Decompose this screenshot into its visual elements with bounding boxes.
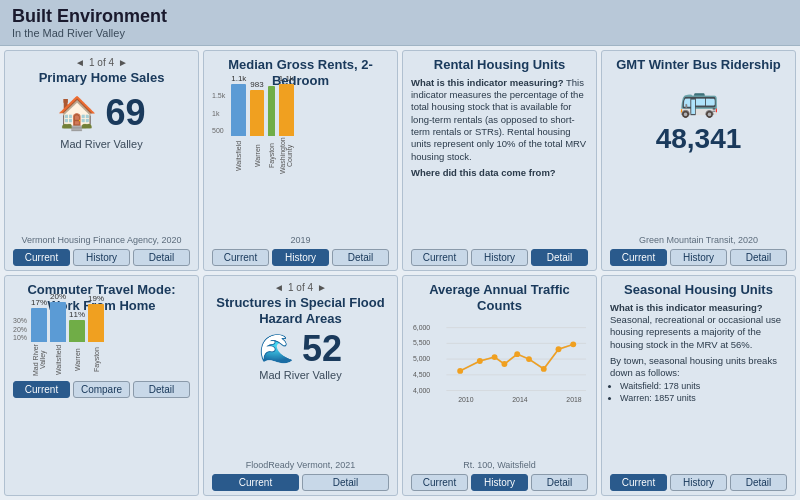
wfh-chart-wrapper: 30% 20% 10% 17% Mad River Valley 20% Wai…: [13, 317, 190, 377]
dashboard-grid: ◄ 1 of 4 ► Primary Home Sales 🏠 69 Mad R…: [0, 46, 800, 500]
btn-detail[interactable]: Detail: [332, 249, 389, 266]
card-year: 2019: [212, 235, 389, 245]
btn-detail[interactable]: Detail: [730, 249, 787, 266]
card-flood-hazard: ◄ 1 of 4 ► Structures in Special Flood H…: [203, 275, 398, 496]
card-gmt-bus: GMT Winter Bus Ridership 🚌 48,341 Green …: [601, 50, 796, 271]
bar-group: 19% Fayston: [88, 294, 104, 377]
bus-icon: 🚌: [679, 81, 719, 119]
nav-prev-icon[interactable]: ◄: [75, 57, 85, 68]
bar-group: 1.1k Washington County: [279, 74, 294, 174]
nav-next-icon[interactable]: ►: [118, 57, 128, 68]
bar: [50, 302, 66, 342]
value-row: 🏠 69: [13, 90, 190, 136]
bar-label-top: 1.1k: [231, 74, 246, 83]
bar-pct: 20%: [50, 292, 66, 301]
bar: [268, 86, 275, 136]
btn-detail[interactable]: Detail: [302, 474, 389, 491]
bullet-list: Waitsfield: 178 units Warren: 1857 units: [610, 380, 787, 405]
info-body1: This indicator measures the percentage o…: [411, 77, 586, 162]
btn-detail[interactable]: Detail: [531, 474, 588, 491]
btn-detail[interactable]: Detail: [133, 249, 190, 266]
btn-history[interactable]: History: [272, 249, 329, 266]
svg-point-11: [477, 358, 483, 364]
nav-prev-icon[interactable]: ◄: [274, 282, 284, 293]
svg-point-10: [457, 368, 463, 374]
card-value: 52: [302, 331, 342, 367]
flood-icon: 🌊: [259, 332, 294, 365]
card-footer: Current Detail: [212, 474, 389, 491]
bar-pct: 19%: [88, 294, 104, 303]
nav-counter: 1 of 4: [89, 57, 114, 68]
bar-label-bottom: Warren: [254, 138, 261, 174]
btn-history[interactable]: History: [471, 249, 528, 266]
btn-current[interactable]: Current: [411, 249, 468, 266]
card-title: Rental Housing Units: [411, 57, 588, 73]
bar-label: Warren: [74, 343, 81, 377]
info-text2: Where did this data come from?: [411, 167, 588, 179]
y-label: 1k: [212, 110, 225, 117]
bar-group: Fayston: [268, 85, 275, 174]
card-nav: ◄ 1 of 4 ►: [212, 282, 389, 293]
card-title: Primary Home Sales: [13, 70, 190, 86]
card-label: Mad River Valley: [13, 138, 190, 150]
y-label: 10%: [13, 334, 27, 341]
info-text: What is this indicator measuring? Season…: [610, 302, 787, 351]
btn-history[interactable]: History: [471, 474, 528, 491]
svg-text:2018: 2018: [566, 397, 581, 404]
card-footer: Current History Detail: [411, 249, 588, 266]
info-text: What is this indicator measuring? This i…: [411, 77, 588, 163]
svg-text:5,500: 5,500: [413, 340, 430, 347]
svg-point-18: [570, 342, 576, 348]
header: Built Environment In the Mad River Valle…: [0, 0, 800, 46]
svg-point-13: [501, 361, 507, 367]
bar-group: 17% Mad River Valley: [31, 298, 47, 377]
card-footer: Current History Detail: [610, 249, 787, 266]
info-title2: Where did this data come from?: [411, 167, 556, 178]
card-title: Average Annual Traffic Counts: [411, 282, 588, 313]
bar-group: 983 Warren: [250, 80, 263, 174]
svg-text:4,000: 4,000: [413, 387, 430, 394]
bar-chart-wrapper: 1.5k 1k 500 1.1k Waitsfield 983 Warren: [212, 92, 389, 176]
y-label: 500: [212, 127, 225, 134]
info-body1: Seasonal, recreational or occasional use…: [610, 314, 781, 350]
nav-counter: 1 of 4: [288, 282, 313, 293]
bullet-item: Waitsfield: 178 units: [620, 380, 787, 393]
card-source: Rt. 100, Waitsfield: [411, 460, 588, 470]
card-commuter-travel: Commuter Travel Mode: Work From Home 30%…: [4, 275, 199, 496]
btn-history[interactable]: History: [73, 249, 130, 266]
btn-current[interactable]: Current: [212, 474, 299, 491]
svg-point-17: [556, 346, 562, 352]
value-row: 🌊 52: [212, 330, 389, 367]
nav-next-icon[interactable]: ►: [317, 282, 327, 293]
info-title1: What is this indicator measuring?: [610, 302, 763, 313]
info-text2: By town, seasonal housing units breaks d…: [610, 355, 787, 380]
btn-detail[interactable]: Detail: [730, 474, 787, 491]
value-row: 🚌: [610, 77, 787, 123]
btn-history[interactable]: History: [670, 474, 727, 491]
btn-current[interactable]: Current: [610, 249, 667, 266]
card-traffic-counts: Average Annual Traffic Counts 6,000 5,50…: [402, 275, 597, 496]
bar: [250, 90, 263, 136]
bar-label: Fayston: [93, 343, 100, 377]
btn-current[interactable]: Current: [411, 474, 468, 491]
btn-detail[interactable]: Detail: [133, 381, 190, 398]
btn-history[interactable]: History: [670, 249, 727, 266]
card-footer: Current History Detail: [411, 474, 588, 491]
svg-text:4,500: 4,500: [413, 371, 430, 378]
card-primary-home-sales: ◄ 1 of 4 ► Primary Home Sales 🏠 69 Mad R…: [4, 50, 199, 271]
card-value: 48,341: [610, 123, 787, 155]
btn-current[interactable]: Current: [13, 249, 70, 266]
btn-compare[interactable]: Compare: [73, 381, 130, 398]
card-value: 69: [105, 95, 145, 131]
info-body2: By town, seasonal housing units breaks d…: [610, 355, 777, 378]
svg-text:2014: 2014: [512, 397, 527, 404]
card-footer: Current History Detail: [13, 249, 190, 266]
btn-current[interactable]: Current: [13, 381, 70, 398]
btn-detail[interactable]: Detail: [531, 249, 588, 266]
bar: [31, 308, 47, 342]
card-seasonal-housing: Seasonal Housing Units What is this indi…: [601, 275, 796, 496]
btn-current[interactable]: Current: [212, 249, 269, 266]
card-nav: ◄ 1 of 4 ►: [13, 57, 190, 68]
card-source: Vermont Housing Finance Agency, 2020: [13, 235, 190, 245]
btn-current[interactable]: Current: [610, 474, 667, 491]
